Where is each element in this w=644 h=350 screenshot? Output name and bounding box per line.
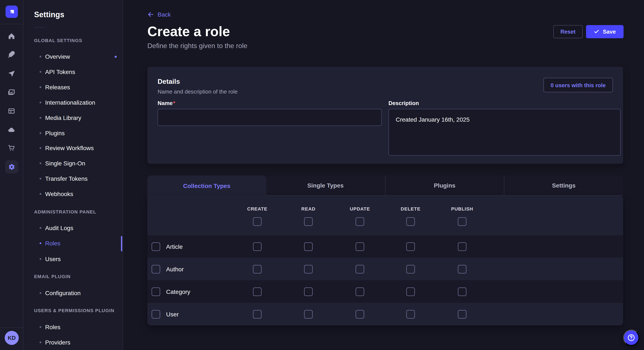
- avatar[interactable]: KD: [5, 331, 19, 345]
- permissions-tabs: Collection Types Single Types Plugins Se…: [147, 176, 623, 196]
- bullet-icon: [40, 102, 41, 103]
- sidebar-item-providers[interactable]: Providers: [40, 337, 117, 348]
- checkbox-author-update[interactable]: [356, 265, 364, 273]
- checkbox-article-update[interactable]: [356, 242, 364, 251]
- tab-plugins[interactable]: Plugins: [385, 176, 504, 196]
- settings-sidebar: Settings GLOBAL SETTINGS Overview API To…: [24, 0, 123, 350]
- cloud-icon[interactable]: [7, 126, 16, 134]
- save-label: Save: [603, 28, 616, 35]
- sidebar-item-internationalization[interactable]: Internationalization: [40, 97, 117, 108]
- sidebar-item-label: Review Workflows: [45, 145, 94, 151]
- main-content: Back Create a role Define the rights giv…: [123, 0, 644, 350]
- sidebar-item-review-workflows[interactable]: Review Workflows: [40, 143, 117, 154]
- sidebar-item-releases[interactable]: Releases: [40, 82, 117, 93]
- section-email-plugin: EMAIL PLUGIN: [34, 274, 71, 279]
- sidebar-item-roles-admin[interactable]: Roles: [40, 238, 117, 249]
- section-global-settings: GLOBAL SETTINGS: [34, 38, 82, 43]
- sidebar-item-webhooks[interactable]: Webhooks: [40, 188, 117, 199]
- page-subtitle: Define the rights given to the role: [147, 42, 248, 50]
- page-title: Create a role: [147, 24, 230, 39]
- sidebar-item-single-sign-on[interactable]: Single Sign-On: [40, 158, 117, 169]
- tab-settings[interactable]: Settings: [504, 176, 623, 196]
- bullet-icon: [40, 326, 41, 328]
- checkbox-select-all-publish[interactable]: [458, 217, 466, 226]
- sidebar-item-label: Single Sign-On: [45, 160, 85, 167]
- checkbox-user-row[interactable]: [152, 310, 160, 318]
- sidebar-item-audit-logs[interactable]: Audit Logs: [40, 222, 117, 233]
- tab-single-types[interactable]: Single Types: [266, 176, 385, 196]
- reset-button[interactable]: Reset: [553, 25, 583, 38]
- name-input[interactable]: [158, 109, 382, 126]
- description-textarea[interactable]: Created January 16th, 2025: [388, 109, 620, 156]
- gear-icon-active[interactable]: [5, 160, 18, 174]
- row-name: Article: [166, 243, 183, 250]
- checkbox-category-publish[interactable]: [458, 287, 466, 296]
- checkbox-select-all-update[interactable]: [356, 217, 364, 226]
- checkbox-category-read[interactable]: [304, 287, 313, 296]
- sidebar-item-api-tokens[interactable]: API Tokens: [40, 66, 117, 77]
- paper-plane-icon[interactable]: [7, 69, 16, 78]
- table-row-user: User: [147, 303, 623, 325]
- column-header-create: CREATE: [247, 206, 268, 211]
- checkbox-author-delete[interactable]: [406, 265, 415, 273]
- checkbox-user-delete[interactable]: [406, 310, 415, 318]
- required-asterisk: *: [173, 100, 175, 106]
- home-icon[interactable]: [7, 32, 16, 40]
- checkbox-select-all-create[interactable]: [253, 217, 262, 226]
- checkbox-category-update[interactable]: [356, 287, 364, 296]
- feather-icon[interactable]: [7, 50, 16, 59]
- back-link[interactable]: Back: [147, 11, 171, 18]
- bullet-icon: [40, 117, 41, 119]
- sidebar-item-transfer-tokens[interactable]: Transfer Tokens: [40, 173, 117, 184]
- sidebar-item-label: Roles: [45, 324, 60, 331]
- pictures-icon[interactable]: [7, 88, 16, 97]
- sidebar-item-overview[interactable]: Overview: [40, 51, 117, 62]
- sidebar-item-media-library[interactable]: Media Library: [40, 112, 117, 123]
- header-actions: Reset Save: [553, 25, 624, 38]
- checkbox-article-read[interactable]: [304, 242, 313, 251]
- layout-icon[interactable]: [7, 107, 16, 115]
- bullet-icon: [40, 227, 41, 229]
- sidebar-item-configuration[interactable]: Configuration: [40, 288, 117, 299]
- save-button[interactable]: Save: [586, 25, 624, 38]
- sidebar-scrollbar[interactable]: [121, 236, 122, 251]
- checkbox-user-publish[interactable]: [458, 310, 466, 318]
- checkbox-author-row[interactable]: [152, 265, 160, 273]
- strapi-logo[interactable]: [6, 5, 18, 18]
- help-button[interactable]: [623, 330, 639, 346]
- description-label: Description: [388, 100, 419, 106]
- checkbox-category-row[interactable]: [152, 287, 160, 296]
- cart-icon[interactable]: [7, 144, 16, 152]
- checkbox-author-publish[interactable]: [458, 265, 466, 273]
- checkbox-category-create[interactable]: [253, 287, 262, 296]
- checkbox-author-create[interactable]: [253, 265, 262, 273]
- checkbox-category-delete[interactable]: [406, 287, 415, 296]
- bullet-icon: [40, 342, 41, 343]
- checkbox-user-update[interactable]: [356, 310, 364, 318]
- checkbox-select-all-read[interactable]: [304, 217, 313, 226]
- tab-collection-types[interactable]: Collection Types: [147, 176, 266, 196]
- section-administration-panel: ADMINISTRATION PANEL: [34, 209, 96, 214]
- bullet-icon: [40, 178, 41, 179]
- checkbox-user-read[interactable]: [304, 310, 313, 318]
- sidebar-item-roles-up[interactable]: Roles: [40, 322, 117, 333]
- checkbox-article-publish[interactable]: [458, 242, 466, 251]
- sidebar-item-label: Audit Logs: [45, 224, 73, 231]
- sidebar-item-label: Media Library: [45, 114, 81, 121]
- bullet-icon: [40, 86, 41, 88]
- table-row-author: Author: [147, 258, 623, 280]
- sidebar-item-label: Overview: [45, 53, 70, 60]
- checkbox-select-all-delete[interactable]: [406, 217, 415, 226]
- users-with-role-button[interactable]: 0 users with this role: [543, 78, 613, 92]
- details-title: Details: [158, 78, 180, 85]
- row-name: Author: [166, 266, 184, 272]
- checkbox-user-create[interactable]: [253, 310, 262, 318]
- checkbox-article-delete[interactable]: [406, 242, 415, 251]
- checkbox-article-create[interactable]: [253, 242, 262, 251]
- sidebar-item-plugins[interactable]: Plugins: [40, 128, 117, 139]
- column-header-update: UPDATE: [350, 206, 370, 211]
- checkbox-author-read[interactable]: [304, 265, 313, 273]
- question-mark-icon: [627, 334, 636, 342]
- sidebar-item-users[interactable]: Users: [40, 253, 117, 265]
- checkbox-article-row[interactable]: [152, 242, 160, 251]
